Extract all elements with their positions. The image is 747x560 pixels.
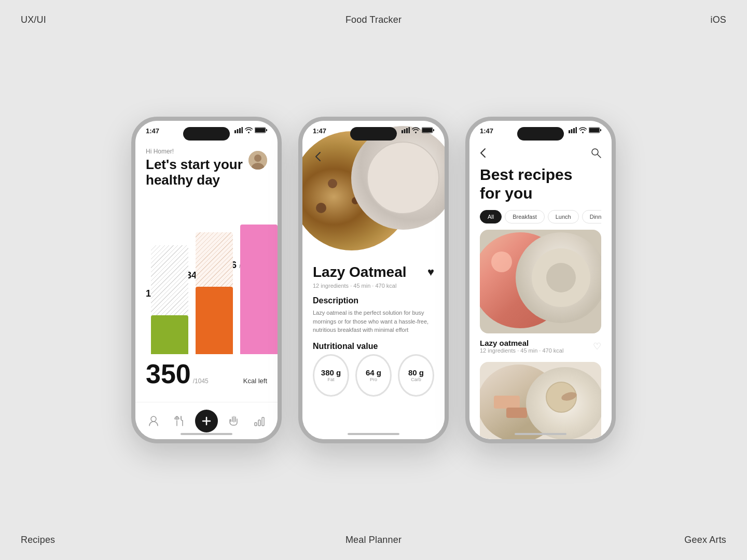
phone-3: 1:47 [465, 117, 616, 443]
svg-rect-18 [402, 130, 403, 133]
signal-icon-1 [234, 127, 243, 133]
phone-1: 1:47 [131, 117, 282, 443]
label-geex-arts: Geex Arts [684, 535, 726, 545]
status-time-2: 1:47 [313, 127, 326, 135]
label-meal-planner: Meal Planner [345, 535, 402, 545]
svg-rect-17 [262, 417, 264, 426]
recipe-card-1-meta: 12 ingredients · 45 min · 470 kcal [480, 347, 563, 354]
recipe-screen: Lazy Oatmeal ♥ 12 ingredients · 45 min ·… [302, 121, 445, 439]
svg-rect-21 [409, 127, 410, 133]
heart-button[interactable]: ♥ [427, 265, 434, 279]
svg-rect-24 [422, 128, 432, 132]
home-indicator-3 [515, 433, 566, 435]
filter-dinner[interactable]: Dinner [582, 210, 601, 223]
description-title: Description [313, 296, 434, 305]
recipe-content: Lazy Oatmeal ♥ 12 ingredients · 45 min ·… [302, 256, 445, 405]
filter-breakfast[interactable]: Breakfast [505, 210, 544, 223]
status-icons-2 [402, 127, 434, 133]
nutr-fat-circle: 380 g Fat [313, 354, 349, 397]
back-search-row [480, 148, 601, 160]
recipe-card-2-images [480, 362, 601, 439]
recipe-card-1[interactable]: Lazy oatmeal 12 ingredients · 45 min · 4… [480, 230, 601, 354]
back-button-recipes[interactable] [480, 148, 486, 160]
kcal-left: Kcal left [243, 377, 267, 385]
home-screen: Hi Homer! Let's start your healthy day [135, 121, 278, 439]
svg-rect-5 [266, 129, 267, 131]
status-icons-3 [569, 127, 601, 133]
status-icons-1 [234, 127, 267, 133]
battery-icon-3 [589, 127, 601, 133]
phones-container: 1:47 [131, 117, 616, 443]
svg-rect-19 [404, 129, 406, 133]
description-text: Lazy oatmeal is the perfect solution for… [313, 309, 434, 334]
svg-rect-30 [600, 129, 601, 131]
recipe-card-1-title: Lazy oatmeal [480, 339, 563, 347]
kcal-number: 350 [146, 360, 191, 387]
svg-rect-25 [569, 130, 570, 133]
label-recipes: Recipes [21, 535, 55, 545]
home-indicator-1 [181, 433, 232, 435]
filter-all[interactable]: All [480, 210, 502, 223]
svg-line-33 [598, 155, 601, 158]
nutrition-chart: 10 /46 g Fat 34 /69 g Pro 76 /120 g Carb [146, 199, 267, 354]
wifi-icon-2 [412, 127, 420, 133]
nutr-carb-value: 80 g [408, 368, 424, 377]
label-ios: iOS [710, 15, 726, 25]
nutr-carb-circle: 80 g Carb [398, 354, 434, 397]
bottom-nav [135, 402, 278, 439]
filter-lunch[interactable]: Lunch [548, 210, 579, 223]
svg-rect-28 [576, 127, 577, 133]
nutrition-circles: 380 g Fat 64 g Pro 80 g Carb [313, 354, 434, 397]
dynamic-island-2 [350, 127, 397, 141]
svg-rect-15 [255, 423, 257, 426]
nav-hand[interactable] [225, 412, 243, 430]
wifi-icon-1 [245, 127, 253, 133]
svg-rect-23 [433, 129, 434, 131]
greeting-text: Hi Homer! [146, 148, 267, 155]
label-uxui: UX/UI [21, 15, 46, 25]
svg-point-32 [592, 149, 598, 155]
recipe-card-1-images [480, 230, 601, 333]
recipe-title: Lazy Oatmeal [313, 264, 407, 281]
svg-rect-0 [234, 130, 236, 133]
wifi-icon-3 [579, 127, 587, 133]
status-time-3: 1:47 [480, 127, 493, 135]
svg-point-10 [151, 416, 156, 422]
dynamic-island-3 [517, 127, 564, 141]
filter-chips: All Breakfast Lunch Dinner Snack [480, 210, 601, 223]
svg-rect-27 [573, 128, 575, 133]
bar-carb [240, 225, 278, 354]
recipe-meta: 12 ingredients · 45 min · 470 kcal [313, 283, 434, 289]
back-button-recipe[interactable] [311, 149, 325, 164]
svg-rect-31 [589, 128, 599, 132]
nutr-carb-label: Carb [411, 377, 421, 382]
svg-rect-26 [571, 129, 573, 133]
signal-icon-3 [569, 127, 577, 133]
svg-rect-20 [406, 128, 408, 133]
recipes-screen: Best recipes for you All Breakfast Lunch… [469, 121, 612, 439]
svg-rect-3 [242, 127, 243, 133]
home-indicator-2 [348, 433, 399, 435]
status-time-1: 1:47 [146, 127, 159, 135]
svg-rect-16 [258, 420, 260, 426]
nav-meals[interactable] [170, 412, 188, 430]
svg-rect-1 [237, 129, 239, 133]
battery-icon-1 [255, 127, 267, 133]
svg-rect-6 [255, 128, 265, 132]
nav-profile[interactable] [144, 412, 163, 430]
bar-fat [151, 245, 188, 354]
svg-rect-2 [239, 128, 241, 133]
recipes-title: Best recipes for you [480, 165, 601, 203]
heart-outline-1[interactable]: ♡ [593, 341, 601, 352]
nutr-fat-label: Fat [327, 377, 334, 382]
nav-add[interactable] [195, 410, 218, 432]
label-title: Food Tracker [345, 15, 402, 25]
search-button[interactable] [591, 148, 601, 160]
nutr-pro-label: Pro [370, 377, 377, 382]
avatar-img [248, 151, 267, 170]
nav-stats[interactable] [250, 412, 269, 430]
phone-2: 1:47 [298, 117, 449, 443]
recipe-card-2[interactable] [480, 362, 601, 439]
nutr-pro-value: 64 g [366, 368, 381, 377]
avatar[interactable] [248, 151, 267, 170]
